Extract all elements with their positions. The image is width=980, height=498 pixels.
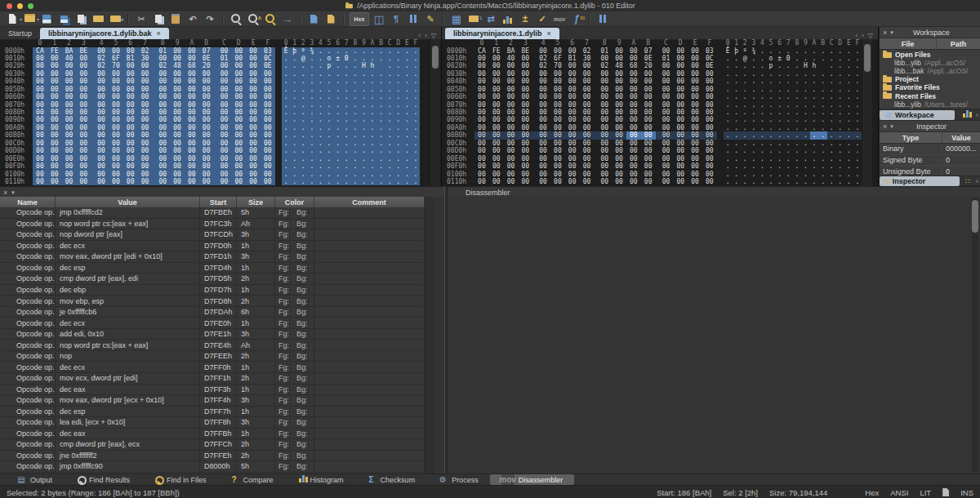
save-all-icon[interactable] bbox=[56, 13, 71, 25]
fg-color-label[interactable]: Fg: bbox=[278, 418, 290, 426]
bg-color-label[interactable]: Bg: bbox=[296, 385, 309, 394]
tab-close-icon[interactable]: × bbox=[547, 29, 551, 38]
table-row[interactable]: Opcode op...dec ecxD7FE0h1hFg:Bg: bbox=[0, 318, 425, 329]
fg-color-label[interactable]: Fg: bbox=[278, 429, 290, 438]
workspace-file-item[interactable]: libb....bak/Appl...acOS/ bbox=[880, 67, 980, 75]
bg-color-label[interactable]: Bg: bbox=[296, 407, 309, 416]
fg-color-label[interactable]: Fg: bbox=[278, 385, 290, 394]
fg-color-label[interactable]: Fg: bbox=[278, 374, 290, 382]
column-value[interactable]: Value bbox=[942, 132, 980, 143]
hex-row[interactable]: 0070h00000000000000000000000000000000...… bbox=[0, 101, 441, 109]
hex-row[interactable]: 0090h00000000000000000000000000000000...… bbox=[442, 116, 878, 123]
find-in-files-icon[interactable] bbox=[263, 13, 278, 25]
show-whitespace-icon[interactable] bbox=[389, 13, 403, 25]
goto-icon[interactable] bbox=[280, 13, 295, 25]
replace-icon[interactable]: A bbox=[246, 13, 261, 25]
bg-color-label[interactable]: Bg: bbox=[296, 242, 309, 250]
bg-color-label[interactable]: Bg: bbox=[296, 286, 309, 294]
pause-process-icon[interactable] bbox=[595, 13, 610, 25]
panel-menu-icon[interactable]: ▾ bbox=[11, 189, 15, 196]
hex-row[interactable]: 00E0h00000000000000000000000000000000...… bbox=[442, 155, 878, 162]
tab-libbinaryninjacore[interactable]: libbinaryninjacore.1.dylib × bbox=[445, 28, 559, 39]
bg-color-label[interactable]: Bg: bbox=[296, 429, 309, 438]
bottom-tab-histogram[interactable]: Histogram bbox=[285, 474, 355, 485]
tab-prev-icon[interactable]: ‹ bbox=[856, 32, 858, 39]
hex-row[interactable]: 0080h00000000000000000000000000000000...… bbox=[0, 109, 441, 116]
bg-color-label[interactable]: Bg: bbox=[296, 274, 309, 282]
workspace-tab[interactable]: Workspace bbox=[880, 110, 955, 120]
table-row[interactable]: Opcode op...nopD7FEEh2hFg:Bg: bbox=[0, 351, 425, 362]
bottom-tab-find-results[interactable]: Find Results bbox=[64, 474, 141, 485]
table-row[interactable]: Opcode op...dec eaxD7FFBh1hFg:Bg: bbox=[0, 429, 425, 440]
mov-instruction-icon[interactable]: mov bbox=[552, 13, 567, 25]
bottom-tab-disassembler[interactable]: movDisassembler bbox=[490, 474, 575, 485]
bg-color-label[interactable]: Bg: bbox=[296, 341, 309, 349]
column-size[interactable]: Size bbox=[237, 197, 275, 207]
hex-row[interactable]: 0030h00000000000000000000000000000000...… bbox=[0, 70, 441, 78]
fg-color-label[interactable]: Fg: bbox=[278, 330, 290, 338]
table-row[interactable]: Opcode op...dec ebpD7FD7h1hFg:Bg: bbox=[0, 285, 425, 296]
hex-row[interactable]: 00A0h00000000000000000000000000000000...… bbox=[0, 124, 441, 131]
hex-row[interactable]: 0020h0000000002700000024868200000000E...… bbox=[442, 62, 878, 69]
table-row[interactable]: Opcode op...nop word ptr cs:[eax + eax]D… bbox=[0, 340, 425, 351]
fg-color-label[interactable]: Fg: bbox=[278, 451, 290, 460]
calculator-icon[interactable] bbox=[449, 13, 464, 25]
fg-color-label[interactable]: Fg: bbox=[278, 462, 290, 470]
close-panel-icon[interactable]: × bbox=[883, 122, 887, 131]
bg-color-label[interactable]: Bg: bbox=[296, 319, 309, 327]
scrollbar-thumb[interactable] bbox=[864, 44, 871, 72]
bg-color-label[interactable]: Bg: bbox=[296, 418, 309, 426]
inspector-value[interactable]: 0 bbox=[942, 167, 950, 176]
status-insert-mode[interactable]: INS bbox=[960, 488, 973, 497]
find-icon[interactable] bbox=[229, 13, 243, 25]
bg-color-label[interactable]: Bg: bbox=[296, 451, 309, 460]
histogram-icon[interactable] bbox=[501, 13, 515, 25]
table-row[interactable]: Opcode op...dec espD7FF7h1hFg:Bg: bbox=[0, 407, 425, 418]
hex-row[interactable]: 00B0h00000000000000000000000000000000...… bbox=[442, 131, 878, 139]
hex-row[interactable]: 00B0h00000000000000000000000000000000...… bbox=[0, 131, 441, 139]
swap-endian-icon[interactable] bbox=[483, 13, 498, 25]
copy-icon[interactable] bbox=[151, 13, 166, 25]
table-row[interactable]: Opcode op...lea edi, [ecx + 0x10]D7FF8h3… bbox=[0, 417, 425, 429]
bottom-tab-compare[interactable]: Compare bbox=[218, 474, 285, 485]
workspace-folder-item[interactable]: Project bbox=[880, 75, 980, 83]
bg-color-label[interactable]: Bg: bbox=[296, 264, 309, 272]
table-row[interactable]: Opcode op...cmp dword ptr [eax], ediD7FD… bbox=[0, 273, 425, 285]
status-mode-hex[interactable]: Hex bbox=[865, 488, 879, 497]
status-charset[interactable]: ANSI bbox=[890, 488, 908, 497]
hex-row[interactable]: 0010h00004000026FB1300000000E0100000C..@… bbox=[0, 55, 441, 62]
bottom-tab-checksum[interactable]: Checksum bbox=[355, 474, 427, 485]
bg-color-label[interactable]: Bg: bbox=[296, 352, 309, 360]
fg-color-label[interactable]: Fg: bbox=[278, 274, 290, 282]
operations-icon[interactable] bbox=[518, 13, 532, 25]
table-row[interactable]: Opcode op...mov eax, dword ptr [ecx + 0x… bbox=[0, 395, 425, 407]
cut-icon[interactable] bbox=[134, 13, 149, 25]
bg-color-label[interactable]: Bg: bbox=[296, 252, 309, 260]
bg-color-label[interactable]: Bg: bbox=[296, 462, 309, 470]
inspector-value[interactable]: 0 bbox=[942, 156, 950, 164]
hex-row[interactable]: 00C0h00000000000000000000000000000000...… bbox=[0, 140, 441, 147]
split-view-icon[interactable] bbox=[372, 13, 386, 25]
tab-prev-icon[interactable]: ‹ bbox=[419, 32, 421, 39]
close-panel-icon[interactable]: × bbox=[883, 29, 887, 37]
bg-color-label[interactable]: Bg: bbox=[296, 208, 309, 216]
pause-icon[interactable] bbox=[406, 13, 421, 25]
fg-color-label[interactable]: Fg: bbox=[278, 252, 290, 260]
redo-icon[interactable] bbox=[203, 13, 217, 25]
paste-icon[interactable] bbox=[168, 13, 183, 25]
table-row[interactable]: Opcode op...mov eax, dword ptr [edi + 0x… bbox=[0, 251, 425, 263]
hex-row[interactable]: 0000hCAFEBABE000000020100000700000003Êþº… bbox=[442, 47, 878, 55]
hex-row[interactable]: 0010h00004000026FB1300000000E0100000C..@… bbox=[442, 55, 878, 62]
tab-libbinaryninjacore-bak[interactable]: libbinaryninjacore.1.dylib.bak × bbox=[40, 28, 169, 39]
fg-color-label[interactable]: Fg: bbox=[278, 440, 290, 448]
fg-color-label[interactable]: Fg: bbox=[278, 407, 290, 416]
hex-row[interactable]: 00F0h00000000000000000000000000000000...… bbox=[442, 162, 878, 170]
table-row[interactable]: Opcode op...dec eaxD7FF3h1hFg:Bg: bbox=[0, 385, 425, 396]
column-value[interactable]: Value bbox=[56, 197, 200, 207]
hex-row[interactable]: 00D0h00000000000000000000000000000000...… bbox=[442, 147, 878, 154]
template-run-icon[interactable] bbox=[323, 13, 338, 25]
status-endian[interactable]: LIT bbox=[920, 488, 931, 497]
hex-row[interactable]: 0110h00000000000000000000000000000000...… bbox=[0, 178, 441, 185]
table-row[interactable]: Opcode op...mov ecx, dword ptr [edi]D7FF… bbox=[0, 373, 425, 385]
structure-tab[interactable] bbox=[955, 110, 976, 120]
